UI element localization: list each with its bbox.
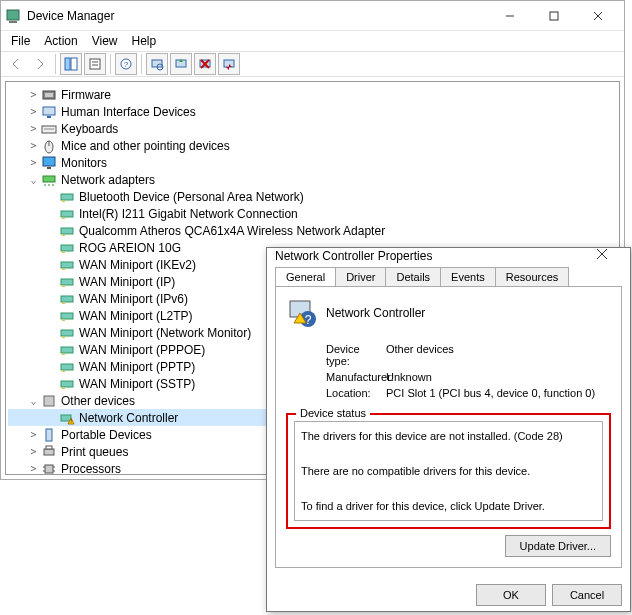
disable-button[interactable]: [218, 53, 240, 75]
svg-rect-63: [44, 449, 54, 455]
print-icon: [41, 444, 57, 460]
svg-rect-23: [47, 116, 51, 118]
tree-item[interactable]: >Firmware: [8, 86, 617, 103]
manufacturer-value: Unknown: [386, 371, 611, 383]
tab-resources[interactable]: Resources: [495, 267, 570, 286]
toolbar: ?: [1, 51, 624, 77]
close-button[interactable]: [576, 2, 620, 30]
tree-item[interactable]: >Monitors: [8, 154, 617, 171]
netcard-icon: [59, 325, 75, 341]
tab-general[interactable]: General: [275, 267, 336, 286]
window-title: Device Manager: [27, 9, 488, 23]
netcard-icon: [59, 274, 75, 290]
properties-button[interactable]: [84, 53, 106, 75]
netcard-icon: [59, 376, 75, 392]
svg-rect-48: [61, 313, 73, 319]
svg-rect-64: [46, 446, 52, 449]
chevron-right-icon[interactable]: >: [26, 463, 41, 474]
update-driver-button[interactable]: [170, 53, 192, 75]
ok-button[interactable]: OK: [476, 584, 546, 606]
chevron-right-icon[interactable]: >: [26, 106, 41, 117]
chevron-right-icon[interactable]: >: [26, 157, 41, 168]
minimize-button[interactable]: [488, 2, 532, 30]
cancel-button[interactable]: Cancel: [552, 584, 622, 606]
menu-help[interactable]: Help: [126, 32, 163, 50]
status-line-3: To find a driver for this device, click …: [301, 498, 596, 516]
tree-item[interactable]: >Keyboards: [8, 120, 617, 137]
svg-rect-1: [9, 21, 17, 23]
forward-button[interactable]: [29, 53, 51, 75]
device-status-text[interactable]: The drivers for this device are not inst…: [294, 421, 603, 521]
tree-item[interactable]: >Human Interface Devices: [8, 103, 617, 120]
tree-item[interactable]: >Mice and other pointing devices: [8, 137, 617, 154]
tree-item[interactable]: Qualcomm Atheros QCA61x4A Wireless Netwo…: [8, 222, 617, 239]
svg-rect-55: [62, 370, 65, 372]
chevron-right-icon[interactable]: >: [26, 123, 41, 134]
menu-file[interactable]: File: [5, 32, 36, 50]
tab-driver[interactable]: Driver: [335, 267, 386, 286]
app-icon: [5, 8, 21, 24]
tree-item-label: WAN Miniport (PPTP): [79, 360, 195, 374]
uninstall-button[interactable]: [194, 53, 216, 75]
device-warning-icon: ?: [286, 297, 318, 329]
menu-action[interactable]: Action: [38, 32, 83, 50]
svg-rect-28: [43, 157, 55, 166]
svg-rect-50: [61, 330, 73, 336]
warn-icon: !: [59, 410, 75, 426]
status-line-2: There are no compatible drivers for this…: [301, 463, 596, 481]
svg-rect-29: [47, 167, 51, 169]
monitor-icon: [41, 155, 57, 171]
separator: [110, 54, 111, 74]
tree-item-label: WAN Miniport (IP): [79, 275, 175, 289]
keyboard-icon: [41, 121, 57, 137]
update-driver-button[interactable]: Update Driver...: [505, 535, 611, 557]
tree-item[interactable]: Intel(R) I211 Gigabit Network Connection: [8, 205, 617, 222]
svg-rect-0: [7, 10, 19, 20]
svg-rect-30: [43, 176, 55, 182]
tree-item[interactable]: ⌄Network adapters: [8, 171, 617, 188]
chevron-right-icon[interactable]: >: [26, 89, 41, 100]
chevron-right-icon[interactable]: >: [26, 429, 41, 440]
mouse-icon: [41, 138, 57, 154]
svg-rect-56: [61, 381, 73, 387]
scan-hardware-button[interactable]: [146, 53, 168, 75]
device-status-legend: Device status: [296, 407, 370, 419]
chevron-down-icon[interactable]: ⌄: [26, 395, 41, 406]
netcard-icon: [59, 189, 75, 205]
svg-rect-53: [62, 353, 65, 355]
device-header: ? Network Controller: [286, 297, 611, 329]
netcard-icon: [59, 308, 75, 324]
tree-item-label: Portable Devices: [61, 428, 152, 442]
cpu-icon: [41, 461, 57, 476]
svg-rect-22: [43, 107, 55, 115]
tree-item-label: WAN Miniport (IPv6): [79, 292, 188, 306]
svg-rect-54: [61, 364, 73, 370]
tab-events[interactable]: Events: [440, 267, 496, 286]
menu-view[interactable]: View: [86, 32, 124, 50]
firmware-icon: [41, 87, 57, 103]
svg-rect-3: [550, 12, 558, 20]
tree-item-label: WAN Miniport (Network Monitor): [79, 326, 251, 340]
chevron-right-icon[interactable]: >: [26, 446, 41, 457]
maximize-button[interactable]: [532, 2, 576, 30]
back-button[interactable]: [5, 53, 27, 75]
dialog-close-button[interactable]: [582, 248, 622, 263]
svg-rect-47: [62, 302, 65, 304]
tab-strip: General Driver Details Events Resources: [267, 263, 630, 286]
device-type-label: Device type:: [286, 343, 386, 367]
chevron-down-icon[interactable]: ⌄: [26, 174, 41, 185]
svg-rect-62: [46, 429, 52, 441]
chevron-right-icon[interactable]: >: [26, 140, 41, 151]
dialog-title: Network Controller Properties: [275, 249, 582, 263]
tab-details[interactable]: Details: [385, 267, 441, 286]
help-button[interactable]: ?: [115, 53, 137, 75]
tree-item-label: Network Controller: [79, 411, 178, 425]
show-hide-console-button[interactable]: [60, 53, 82, 75]
tree-item[interactable]: Bluetooth Device (Personal Area Network): [8, 188, 617, 205]
properties-dialog: Network Controller Properties General Dr…: [266, 247, 631, 612]
svg-rect-21: [45, 93, 53, 97]
titlebar: Device Manager: [1, 1, 624, 31]
tree-item-label: Print queues: [61, 445, 128, 459]
tree-item-label: Processors: [61, 462, 121, 476]
tree-item-label: ROG AREION 10G: [79, 241, 181, 255]
